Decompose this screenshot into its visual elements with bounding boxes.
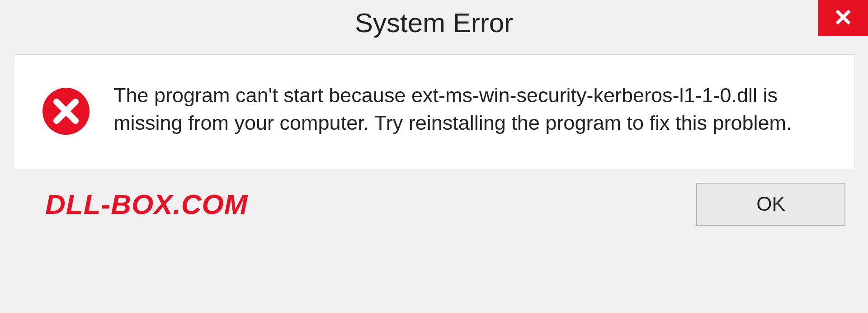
bottom-row: DLL-BOX.COM OK	[0, 169, 868, 239]
message-panel: The program can't start because ext-ms-w…	[14, 54, 854, 169]
dialog-title: System Error	[355, 7, 513, 38]
close-button[interactable]	[818, 0, 868, 36]
ok-button[interactable]: OK	[696, 183, 845, 226]
error-message: The program can't start because ext-ms-w…	[113, 82, 822, 137]
ok-button-label: OK	[756, 193, 785, 215]
error-icon	[41, 86, 91, 136]
watermark-text: DLL-BOX.COM	[45, 188, 248, 220]
titlebar: System Error	[0, 0, 868, 45]
close-icon	[834, 8, 852, 28]
